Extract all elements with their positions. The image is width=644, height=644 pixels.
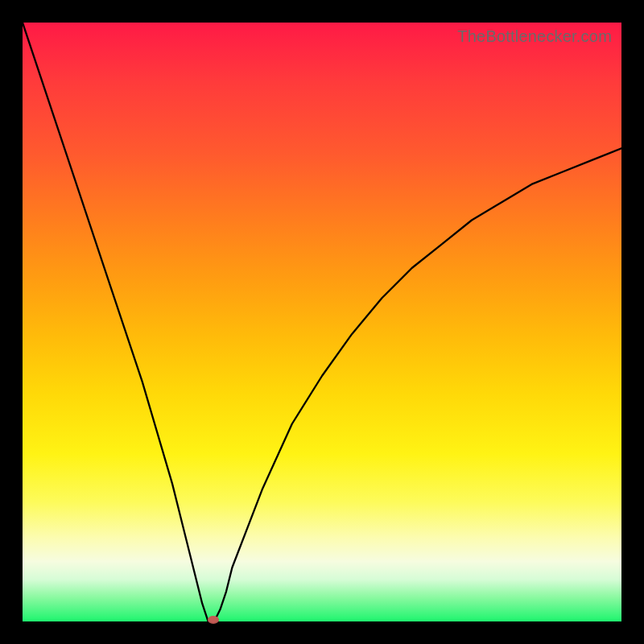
curve-svg <box>23 23 621 621</box>
optimum-marker <box>208 616 219 624</box>
plot-area: TheBottlenecker.com <box>23 23 621 621</box>
bottleneck-curve-path <box>23 23 621 621</box>
chart-frame: TheBottlenecker.com <box>0 0 644 644</box>
